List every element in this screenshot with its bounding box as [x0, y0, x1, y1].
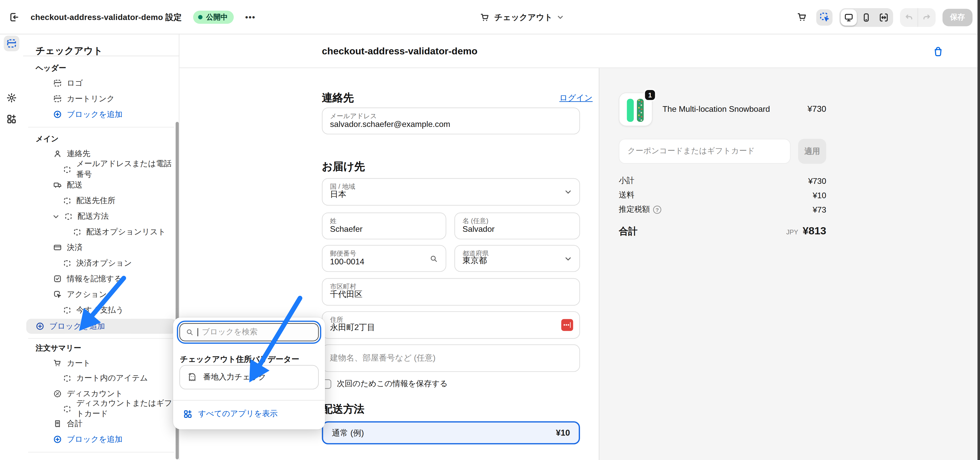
login-link[interactable]: ログイン — [560, 92, 593, 104]
inspector-icon — [819, 12, 829, 22]
sidebar-item-label: 配送先住所 — [76, 196, 115, 206]
cart-icon — [480, 12, 490, 22]
block-search-input[interactable]: ブロックを検索 — [180, 323, 319, 341]
save-button[interactable]: 保存 — [943, 8, 972, 26]
payment-icon — [53, 243, 62, 252]
sidebar-item-label: 決済 — [67, 242, 83, 253]
sidebar-item-label: メールアドレスまたは電話番号 — [76, 159, 179, 180]
rail-settings-tab[interactable] — [4, 90, 19, 106]
sidebar-item-payment-options[interactable]: 決済オプション — [63, 256, 132, 270]
add-block-button-header[interactable]: ブロックを追加 — [53, 107, 122, 121]
add-block-button-main[interactable]: ブロックを追加 — [26, 319, 176, 334]
editor-rail — [0, 34, 23, 460]
rail-apps-tab[interactable] — [4, 111, 19, 127]
block-icon — [64, 212, 73, 221]
sidebar-item-shipping-method[interactable]: 配送方法 — [52, 210, 109, 223]
coupon-input[interactable]: クーポンコードまたはギフトカード — [619, 139, 791, 164]
chevron-down-icon[interactable] — [52, 213, 59, 220]
page-selector[interactable]: チェックアウト — [480, 0, 564, 34]
product-price: ¥730 — [788, 104, 826, 114]
shipping-option-selected[interactable]: 通常 (例) ¥10 — [322, 421, 580, 444]
shop-title: checkout-address-validator-demo — [322, 46, 477, 57]
sidebar-item-payment[interactable]: 決済 — [53, 240, 83, 255]
currency-code: JPY — [786, 228, 798, 236]
first-name-field[interactable]: 名 (任意) Salvador — [454, 213, 580, 239]
status-badge: 公開中 — [193, 11, 234, 24]
sidebar-item-cart[interactable]: カート — [53, 356, 91, 370]
desktop-icon — [844, 12, 854, 22]
divider — [28, 452, 174, 452]
chevron-down-icon — [564, 188, 572, 196]
sidebar-item-label: 合計 — [67, 419, 83, 429]
sidebar-item-delivery-address[interactable]: 配送先住所 — [63, 194, 115, 208]
history-group — [900, 8, 935, 26]
postal-code-field[interactable]: 郵便番号 100-0014 — [322, 245, 446, 272]
sidebar-item-email-or-phone[interactable]: メールアドレスまたは電話番号 — [63, 162, 179, 177]
device-fullwidth-button[interactable] — [876, 9, 892, 25]
country-select[interactable]: 国 / 地域 日本 — [322, 178, 580, 205]
undo-icon — [904, 12, 914, 22]
save-info-label: 次回のためこの情報を保存する — [337, 379, 448, 389]
inspector-toggle-button[interactable] — [816, 9, 832, 25]
chevron-down-icon — [557, 14, 564, 21]
cart-icon[interactable] — [797, 12, 807, 22]
redo-button[interactable] — [918, 9, 935, 25]
truck-icon — [53, 180, 62, 189]
sidebar-item-total[interactable]: 合計 — [53, 417, 83, 431]
sidebar-item-label: 今すぐ支払う — [76, 305, 124, 315]
plus-circle-icon — [53, 110, 62, 119]
sidebar-item-actions[interactable]: アクション — [53, 287, 107, 301]
discount-icon — [53, 390, 62, 398]
apply-coupon-button[interactable]: 適用 — [798, 139, 826, 164]
sidebar-item-logo[interactable]: ロゴ — [53, 76, 83, 90]
rail-sections-tab[interactable] — [4, 36, 19, 51]
sidebar-item-shipping-option-list[interactable]: 配送オプションリスト — [73, 225, 166, 239]
city-field[interactable]: 市区町村 千代田区 — [322, 278, 580, 306]
sidebar-item-remember-info[interactable]: 情報を記憶する — [53, 272, 122, 286]
redo-icon — [922, 12, 932, 22]
apps-icon — [183, 409, 192, 419]
prefecture-select[interactable]: 都道府県 東京都 — [454, 245, 580, 272]
page-title: checkout-address-validator-demo 設定 — [30, 11, 181, 23]
sidebar-item-delivery[interactable]: 配送 — [53, 178, 83, 192]
exit-icon[interactable] — [9, 12, 19, 22]
device-mobile-button[interactable] — [858, 9, 874, 25]
block-icon — [63, 306, 71, 314]
password-manager-icon[interactable]: ••• — [561, 319, 573, 331]
sidebar-item-label: ディスカウントまたはギフトカード — [76, 398, 179, 420]
show-all-apps-link[interactable]: すべてのアプリを表示 — [183, 409, 278, 419]
action-cursor-icon — [53, 290, 62, 299]
quantity-badge: 1 — [644, 89, 656, 101]
receipt-icon — [53, 420, 62, 428]
sidebar-item-label: アクション — [67, 289, 107, 299]
last-name-field[interactable]: 姓 Schaefer — [322, 213, 446, 239]
device-desktop-button[interactable] — [840, 9, 857, 25]
layers-sidebar: チェックアウト ヘッダー ロゴ カートリンク ブロックを追加 メイン 連絡先 メ… — [23, 34, 179, 460]
snowboard-image — [627, 99, 634, 122]
more-menu-button[interactable]: ••• — [245, 13, 256, 22]
question-icon[interactable]: ? — [653, 205, 661, 214]
shipping-method-heading: 配送方法 — [322, 402, 364, 416]
undo-button[interactable] — [900, 9, 918, 25]
block-option-address-check[interactable]: 番地入力チェック — [180, 365, 319, 390]
window-scrollbar[interactable] — [977, 0, 980, 460]
address-field[interactable]: 住所 永田町2丁目 ••• — [322, 311, 580, 339]
total-row: 合計 JPY ¥813 — [619, 225, 826, 238]
sections-icon — [53, 79, 62, 88]
sidebar-item-cart-items[interactable]: カート内のアイテム — [63, 371, 148, 385]
add-block-button-summary[interactable]: ブロックを追加 — [53, 433, 122, 446]
contact-heading: 連絡先 — [322, 91, 353, 105]
bag-icon[interactable] — [932, 46, 944, 57]
sidebar-item-label: カート — [67, 358, 91, 368]
tax-row: 推定税額 ? ¥73 — [619, 204, 826, 215]
building-field[interactable]: 建物名、部屋番号など (任意) — [322, 344, 580, 372]
sidebar-item-label: 配送方法 — [78, 211, 109, 221]
subtotal-row: 小計 ¥730 — [619, 176, 826, 186]
sidebar-item-pay-now[interactable]: 今すぐ支払う — [63, 303, 124, 317]
block-icon — [63, 374, 71, 382]
product-thumbnail: 1 — [619, 92, 652, 126]
sidebar-item-label: カート内のアイテム — [76, 373, 148, 384]
sidebar-item-discount-or-giftcard[interactable]: ディスカウントまたはギフトカード — [63, 402, 179, 415]
email-field[interactable]: メールアドレス salvador.schaefer@example.com — [322, 107, 580, 134]
sidebar-item-cart-link[interactable]: カートリンク — [53, 92, 115, 106]
